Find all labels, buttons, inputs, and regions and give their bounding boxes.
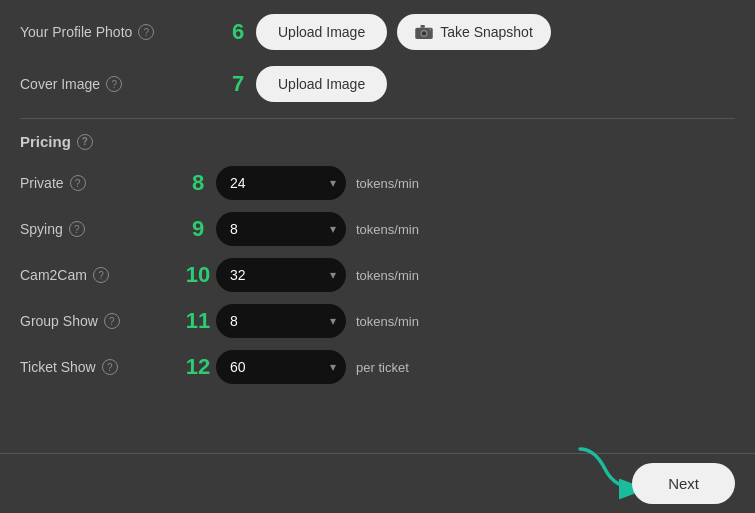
private-unit: tokens/min [356,176,419,191]
pricing-row-ticketshow: Ticket Show?12304050607080100per ticket [20,350,735,384]
svg-rect-3 [421,25,425,28]
groupshow-select-wrapper: 24681012 [216,304,346,338]
ticketshow-label-text: Ticket Show [20,359,96,375]
pricing-row-private: Private?881216202430364248tokens/min [20,166,735,200]
divider-1 [20,118,735,119]
cover-image-row: Cover Image ? 7 Upload Image [20,66,735,102]
pricing-rows: Private?881216202430364248tokens/minSpyi… [20,166,735,384]
profile-photo-text: Your Profile Photo [20,24,132,40]
cover-image-label: Cover Image ? [20,76,220,92]
snapshot-button[interactable]: Take Snapshot [397,14,551,50]
pricing-help-icon[interactable]: ? [77,134,93,150]
private-label: Private? [20,175,180,191]
cover-image-upload-button[interactable]: Upload Image [256,66,387,102]
spying-unit: tokens/min [356,222,419,237]
svg-rect-4 [429,29,431,31]
pricing-header: Pricing ? [20,133,735,150]
spying-label-text: Spying [20,221,63,237]
ticketshow-select-wrapper: 304050607080100 [216,350,346,384]
spying-label: Spying? [20,221,180,237]
step-11: 11 [180,308,216,334]
cam2cam-help-icon[interactable]: ? [93,267,109,283]
profile-photo-label: Your Profile Photo ? [20,24,220,40]
spying-select[interactable]: 24681012 [216,212,346,246]
ticketshow-help-icon[interactable]: ? [102,359,118,375]
ticketshow-label: Ticket Show? [20,359,180,375]
step-9: 9 [180,216,216,242]
step-8: 8 [180,170,216,196]
groupshow-select[interactable]: 24681012 [216,304,346,338]
svg-point-2 [422,31,426,35]
step-12: 12 [180,354,216,380]
cam2cam-label-text: Cam2Cam [20,267,87,283]
pricing-label-text: Pricing [20,133,71,150]
ticketshow-unit: per ticket [356,360,409,375]
pricing-row-groupshow: Group Show?1124681012tokens/min [20,304,735,338]
next-button[interactable]: Next [632,463,735,504]
groupshow-help-icon[interactable]: ? [104,313,120,329]
spying-select-wrapper: 24681012 [216,212,346,246]
camera-icon [415,25,433,39]
cam2cam-unit: tokens/min [356,268,419,283]
pricing-row-spying: Spying?924681012tokens/min [20,212,735,246]
ticketshow-select[interactable]: 304050607080100 [216,350,346,384]
main-container: Your Profile Photo ? 6 Upload Image Take… [0,0,755,513]
bottom-bar: Next [0,453,755,513]
step-10: 10 [180,262,216,288]
cam2cam-label: Cam2Cam? [20,267,180,283]
cam2cam-select[interactable]: 81624324048 [216,258,346,292]
private-label-text: Private [20,175,64,191]
groupshow-label: Group Show? [20,313,180,329]
pricing-row-cam2cam: Cam2Cam?1081624324048tokens/min [20,258,735,292]
private-help-icon[interactable]: ? [70,175,86,191]
spying-help-icon[interactable]: ? [69,221,85,237]
private-select[interactable]: 81216202430364248 [216,166,346,200]
private-select-wrapper: 81216202430364248 [216,166,346,200]
cover-image-help-icon[interactable]: ? [106,76,122,92]
profile-photo-help-icon[interactable]: ? [138,24,154,40]
cam2cam-select-wrapper: 81624324048 [216,258,346,292]
profile-photo-row: Your Profile Photo ? 6 Upload Image Take… [20,14,735,50]
groupshow-label-text: Group Show [20,313,98,329]
step-7: 7 [220,71,256,97]
snapshot-label: Take Snapshot [440,24,533,40]
cover-image-text: Cover Image [20,76,100,92]
profile-photo-upload-button[interactable]: Upload Image [256,14,387,50]
groupshow-unit: tokens/min [356,314,419,329]
step-6: 6 [220,19,256,45]
